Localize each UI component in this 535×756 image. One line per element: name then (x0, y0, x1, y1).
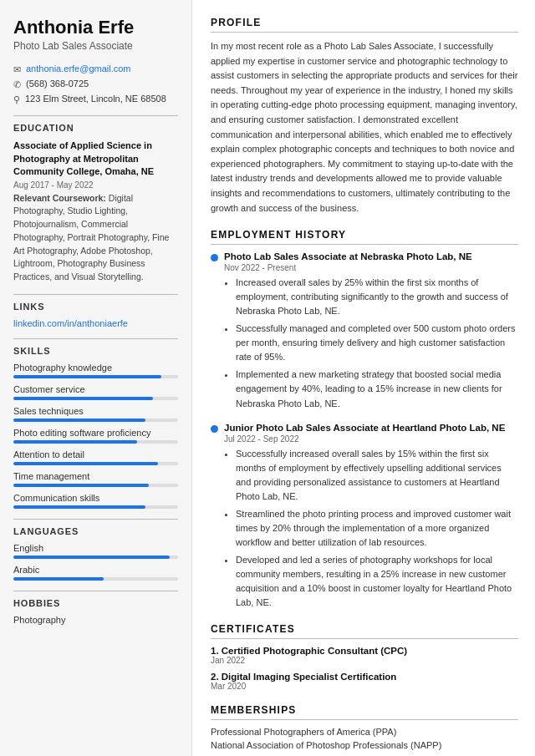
membership-item: National Association of Photoshop Profes… (211, 740, 518, 750)
language-item: English (13, 543, 178, 559)
skill-bar-fill (13, 397, 153, 400)
skill-bar-fill (13, 462, 158, 465)
skill-label: Attention to detail (13, 449, 178, 459)
cert-date: Jan 2022 (211, 656, 518, 665)
skills-section-title: SKILLS (13, 346, 178, 356)
skill-bar-fill (13, 505, 145, 509)
language-bar-bg (13, 556, 178, 559)
job-header: Junior Photo Lab Sales Associate at Hear… (211, 423, 518, 433)
memberships-section-title: MEMBERSHIPS (211, 704, 518, 716)
language-bar-fill (13, 577, 104, 581)
language-item: Arabic (13, 565, 178, 581)
skill-label: Photography knowledge (13, 363, 178, 373)
language-label: Arabic (13, 565, 178, 575)
skill-bar-fill (13, 419, 145, 422)
skill-label: Customer service (13, 384, 178, 394)
language-bar-bg (13, 577, 178, 581)
edu-dates: Aug 2017 - May 2022 (13, 180, 178, 190)
skill-bar-fill (13, 440, 137, 444)
profile-hr (211, 32, 518, 33)
employment-hr (211, 244, 518, 245)
profile-section-title: PROFILE (211, 17, 518, 28)
location-icon: ⚲ (13, 94, 20, 105)
job-bullet: Successfully managed and completed over … (236, 322, 518, 364)
skill-bar-bg (13, 462, 178, 465)
address-contact: ⚲ 123 Elm Street, Lincoln, NE 68508 (13, 94, 178, 105)
memberships-section: MEMBERSHIPS Professional Photographers o… (211, 704, 518, 750)
job-dates: Nov 2022 - Present (224, 263, 518, 272)
languages-divider (13, 519, 178, 520)
skill-bar-bg (13, 505, 178, 509)
links-divider (13, 294, 178, 295)
jobs-list: Photo Lab Sales Associate at Nebraska Ph… (211, 251, 518, 610)
hobbies-section-title: HOBBIES (13, 598, 178, 608)
job-dot (211, 254, 218, 261)
address-text: 123 Elm Street, Lincoln, NE 68508 (25, 94, 166, 104)
education-divider (13, 115, 178, 116)
resume-container: Anthonia Erfe Photo Lab Sales Associate … (0, 0, 535, 756)
certificates-hr (211, 638, 518, 639)
candidate-title: Photo Lab Sales Associate (13, 40, 178, 52)
skill-bar-bg (13, 375, 178, 378)
certificates-section-title: CERTIFICATES (211, 623, 518, 635)
job-title: Junior Photo Lab Sales Associate at Hear… (224, 423, 505, 433)
candidate-name: Anthonia Erfe (13, 17, 178, 38)
email-icon: ✉ (13, 64, 21, 75)
education-section-title: EDUCATION (13, 123, 178, 133)
hobbies-divider (13, 591, 178, 591)
job-bullet: Streamlined the photo printing process a… (236, 507, 518, 550)
skill-label: Photo editing software proficiency (13, 428, 178, 438)
job-bullet: Developed and led a series of photograph… (236, 553, 518, 610)
memberships-list: Professional Photographers of America (P… (211, 727, 518, 750)
job-bullet: Increased overall sales by 25% within th… (236, 276, 518, 318)
edu-degree: Associate of Applied Science in Photogra… (13, 140, 178, 178)
cert-date: Mar 2020 (211, 682, 518, 691)
skill-bar-bg (13, 397, 178, 400)
cert-entry: 2. Digital Imaging Specialist Certificat… (211, 672, 518, 691)
linkedin-link[interactable]: linkedin.com/in/anthoniaerfe (13, 318, 178, 328)
job-bullet: Successfully increased overall sales by … (236, 447, 518, 504)
skills-list: Photography knowledge Customer service S… (13, 363, 178, 509)
languages-section-title: LANGUAGES (13, 526, 178, 536)
job-title: Photo Lab Sales Associate at Nebraska Ph… (224, 251, 472, 261)
job-header: Photo Lab Sales Associate at Nebraska Ph… (211, 251, 518, 261)
email-link[interactable]: anthonia.erfe@gmail.com (26, 63, 131, 74)
skill-bar-bg (13, 440, 178, 444)
email-contact: ✉ anthonia.erfe@gmail.com (13, 63, 178, 75)
skill-item: Customer service (13, 384, 178, 400)
certificates-section: CERTIFICATES 1. Certified Photographic C… (211, 623, 518, 691)
job-entry: Photo Lab Sales Associate at Nebraska Ph… (211, 251, 518, 410)
sidebar: Anthonia Erfe Photo Lab Sales Associate … (0, 0, 192, 756)
main-content: PROFILE In my most recent role as a Phot… (192, 0, 535, 756)
phone-contact: ✆ (568) 368-0725 (13, 79, 178, 90)
profile-text: In my most recent role as a Photo Lab Sa… (211, 39, 518, 216)
skill-item: Attention to detail (13, 449, 178, 465)
skill-bar-fill (13, 375, 161, 378)
certs-list: 1. Certified Photographic Consultant (CP… (211, 646, 518, 691)
job-dot (211, 425, 218, 433)
language-bar-fill (13, 556, 170, 559)
cert-title: 2. Digital Imaging Specialist Certificat… (211, 672, 518, 682)
cert-title: 1. Certified Photographic Consultant (CP… (211, 646, 518, 656)
skill-item: Sales techniques (13, 406, 178, 422)
skill-item: Photo editing software proficiency (13, 428, 178, 444)
phone-text: (568) 368-0725 (26, 79, 89, 89)
coursework-text: Digital Photography, Studio Lighting, Ph… (13, 193, 169, 282)
membership-item: Professional Photographers of America (P… (211, 727, 518, 737)
skill-label: Sales techniques (13, 406, 178, 416)
skill-label: Communication skills (13, 493, 178, 503)
employment-section-title: EMPLOYMENT HISTORY (211, 229, 518, 241)
job-bullet: Implemented a new marketing strategy tha… (236, 368, 518, 410)
employment-section: EMPLOYMENT HISTORY Photo Lab Sales Assoc… (211, 229, 518, 610)
skill-item: Photography knowledge (13, 363, 178, 378)
links-section-title: LINKS (13, 302, 178, 312)
coursework-label: Relevant Coursework: (13, 193, 106, 203)
skill-item: Communication skills (13, 493, 178, 509)
job-entry: Junior Photo Lab Sales Associate at Hear… (211, 423, 518, 611)
phone-icon: ✆ (13, 79, 21, 90)
job-bullets: Successfully increased overall sales by … (224, 447, 518, 611)
languages-list: English Arabic (13, 543, 178, 581)
hobbies-text: Photography (13, 615, 178, 625)
skills-divider (13, 338, 178, 339)
job-bullets: Increased overall sales by 25% within th… (224, 276, 518, 410)
